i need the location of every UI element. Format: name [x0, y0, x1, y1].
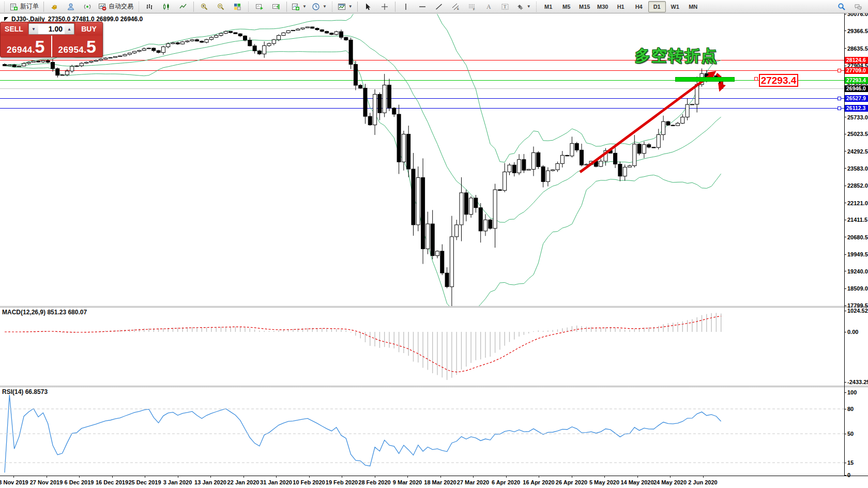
sell-price[interactable]: 26944.5	[1, 36, 51, 57]
toolbar-separator	[43, 2, 44, 12]
timeframe-button-m30[interactable]: M30	[594, 1, 612, 12]
new-order-icon	[10, 3, 18, 11]
indicators-button[interactable]: ▼	[290, 1, 309, 13]
timeframe-button-mn[interactable]: MN	[684, 1, 702, 12]
timeframe-button-w1[interactable]: W1	[666, 1, 684, 12]
volume-increase-button[interactable]: ▲	[65, 24, 74, 34]
horizontal-line-icon	[418, 3, 427, 11]
text-label-tool-button[interactable]: T	[497, 1, 513, 13]
zoom-in-button[interactable]	[196, 1, 212, 13]
chart-area[interactable]: 28124.627709.027293.426946.026527.926112…	[0, 13, 868, 488]
volume-decrease-button[interactable]: ▼	[29, 24, 38, 34]
candle-body	[301, 28, 304, 29]
toolbar-grip[interactable]	[331, 2, 333, 12]
caret-down-icon: ▼	[348, 4, 353, 9]
candle-body	[460, 193, 463, 225]
candle-body	[614, 153, 617, 164]
price-callout-handle[interactable]	[754, 77, 758, 81]
candle-chart-mode-button[interactable]	[159, 1, 174, 13]
toolbar-grip[interactable]	[138, 2, 140, 12]
candle-body	[238, 34, 242, 36]
candle-body	[474, 198, 478, 208]
candle-body	[436, 251, 439, 256]
bar-chart-mode-button[interactable]	[142, 1, 158, 13]
candle-body	[537, 152, 540, 166]
candle-body	[498, 190, 501, 190]
signal-button[interactable]	[80, 1, 95, 13]
candle-body	[354, 65, 357, 85]
candle-body	[147, 48, 151, 49]
equidistant-channel-tool-button[interactable]: E	[448, 1, 463, 13]
horizontal-line-tool-button[interactable]	[415, 1, 430, 13]
candle-body	[378, 94, 382, 113]
line-edit-handle[interactable]	[837, 97, 841, 100]
toolbar-grip[interactable]	[3, 2, 6, 12]
timeframe-button-m15[interactable]: M15	[576, 1, 593, 12]
search-button[interactable]	[834, 1, 849, 13]
gold-tool-button[interactable]	[47, 1, 62, 13]
candle-body	[12, 65, 16, 67]
candle-body	[171, 43, 175, 44]
candle-body	[8, 65, 11, 66]
line-chart-mode-button[interactable]	[175, 1, 191, 13]
candle-body	[657, 134, 660, 147]
new-order-button[interactable]: 新订单	[8, 1, 41, 13]
candle-body	[426, 224, 430, 249]
fibonacci-tool-button[interactable]: F	[464, 1, 480, 13]
toolbar-separator	[286, 2, 287, 12]
trendline-tool-button[interactable]	[431, 1, 447, 13]
autotrading-button[interactable]: 自动交易	[96, 1, 135, 13]
vertical-line-icon	[402, 3, 410, 11]
sell-button[interactable]: SELL	[1, 22, 27, 36]
candle-body	[243, 36, 247, 40]
macd-signal-line	[5, 316, 721, 372]
timeframe-button-m1[interactable]: M1	[540, 1, 557, 12]
buy-price[interactable]: 26954.5	[52, 36, 103, 57]
price-callout-label[interactable]: 27293.4	[759, 74, 798, 87]
turning-point-annotation[interactable]: 多空转折点	[635, 45, 718, 67]
candle-body	[224, 32, 227, 34]
chat-button[interactable]	[850, 1, 866, 13]
candle-body	[296, 29, 300, 30]
candle-body	[690, 104, 694, 105]
timeframe-button-h4[interactable]: H4	[630, 1, 648, 12]
chart-template-button[interactable]: ▼	[336, 1, 355, 13]
arrows-tool-button[interactable]: ▼	[514, 1, 533, 13]
candle-body	[666, 121, 670, 125]
chart-shift-button[interactable]	[268, 1, 284, 13]
auto-scroll-button[interactable]	[252, 1, 267, 13]
candle-body	[344, 37, 348, 40]
resistance-highlight-bar[interactable]	[675, 77, 735, 82]
crosshair-icon	[380, 3, 389, 11]
cursor-tool-button[interactable]	[360, 1, 376, 13]
candle-body	[450, 237, 453, 287]
axis-price-tag: 27709.0	[845, 67, 868, 74]
contacts-button[interactable]	[63, 1, 79, 13]
vertical-line-tool-button[interactable]	[398, 1, 414, 13]
candle-body	[267, 43, 271, 45]
trend-arrow-up[interactable]	[580, 73, 713, 172]
contact-person-icon	[67, 3, 75, 11]
toolbar-grip[interactable]	[535, 2, 538, 12]
periods-button[interactable]: ▼	[310, 1, 329, 13]
zoom-out-icon	[217, 3, 225, 11]
toolbar-grip[interactable]	[247, 2, 250, 12]
line-edit-handle[interactable]	[837, 69, 841, 72]
timeframe-button-h1[interactable]: H1	[612, 1, 630, 12]
chart-shift-icon	[272, 3, 280, 11]
line-edit-handle[interactable]	[837, 106, 841, 110]
text-tool-button[interactable]: A	[481, 1, 496, 13]
timeframe-button-d1[interactable]: D1	[648, 1, 666, 12]
zoom-in-icon	[200, 3, 208, 11]
volume-value[interactable]: 1.00	[38, 25, 65, 33]
zoom-out-button[interactable]	[213, 1, 229, 13]
candle-body	[517, 160, 521, 173]
candle-body	[479, 208, 482, 231]
chart-corner-icon	[4, 17, 8, 21]
candle-body	[209, 37, 213, 39]
tile-windows-button[interactable]	[230, 1, 245, 13]
crosshair-tool-button[interactable]	[377, 1, 392, 13]
timeframe-button-m5[interactable]: M5	[558, 1, 575, 12]
new-order-label: 新订单	[20, 2, 39, 11]
buy-button[interactable]: BUY	[75, 22, 102, 36]
